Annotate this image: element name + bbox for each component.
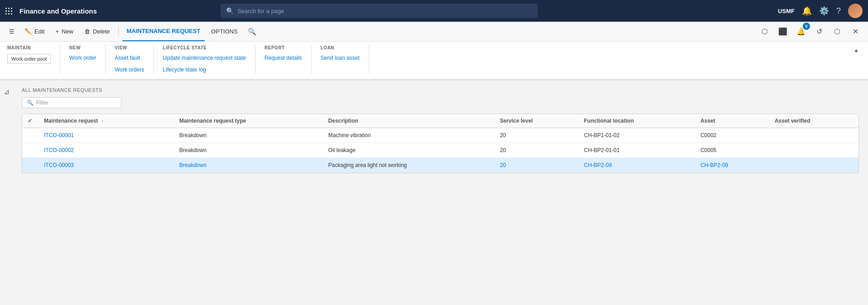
refresh-icon[interactable]: ↺ [812,24,826,39]
office-icon[interactable]: ⬛ [776,24,790,39]
col-fl-label: Functional location [584,118,634,124]
row3-mr-link[interactable]: ITCO-00003 [44,162,74,168]
report-items: Request details [265,54,302,62]
work-order-pool-label: Work order pool [11,56,47,62]
main-content: ALL MAINTENANCE REQUESTS 🔍 ✓ Maintenance… [13,80,868,216]
send-loan-asset-btn[interactable]: Send loan asset [321,54,360,62]
search-icon: 🔍 [226,7,234,14]
filter-input[interactable] [36,100,116,106]
row2-check[interactable] [22,143,39,158]
left-area: ⊿ ALL MAINTENANCE REQUESTS 🔍 ✓ [0,80,868,216]
col-asset-verified[interactable]: Asset verified [769,114,858,128]
ribbon-bar: ☰ ✏️ Edit + New 🗑 Delete MAINTENANCE REQ… [0,22,868,80]
avatar[interactable] [848,4,863,18]
col-functional-location[interactable]: Functional location [579,114,695,128]
work-order-pool-btn[interactable]: Work order pool [7,54,51,64]
row1-desc: Machine vibration [323,128,495,143]
close-icon[interactable]: ✕ [848,24,863,39]
table-row[interactable]: ITCO-00003 Breakdown Packaging area ligh… [22,158,858,173]
popout-icon[interactable]: ⬡ [830,24,844,39]
lifecycle-label: LIFECYCLE STATE [163,45,246,50]
view-label: VIEW [115,45,144,50]
ribbon-group-view: VIEW Asset fault Work orders [115,45,154,74]
row1-desc-val: Machine vibration [328,132,371,138]
ribbon-tabs: ☰ ✏️ Edit + New 🗑 Delete MAINTENANCE REQ… [0,22,868,42]
row1-type: Breakdown [174,128,323,143]
sort-asc-icon: ↑ [101,119,104,124]
settings-icon[interactable]: ⚙️ [819,6,829,16]
report-label: REPORT [265,45,302,50]
top-nav: Finance and Operations 🔍 USMF 🔔 ⚙️ ? [0,0,868,22]
tab-edit[interactable]: ✏️ Edit [20,22,49,41]
view-items: Asset fault Work orders [115,54,144,74]
username-label: USMF [778,8,795,14]
col-desc-label: Description [328,118,358,124]
notification-icon[interactable]: 🔔 [802,6,812,16]
data-table-wrap: ✓ Maintenance request ↑ Maintenance requ… [22,114,859,173]
col-maintenance-request[interactable]: Maintenance request ↑ [39,114,174,128]
row2-mr[interactable]: ITCO-00002 [39,143,174,158]
row3-sl-link[interactable]: 20 [500,162,506,168]
row3-check[interactable] [22,158,39,173]
tab-new[interactable]: + New [51,22,78,41]
request-details-btn[interactable]: Request details [265,54,302,62]
row3-fl-link[interactable]: CH-BP2-09 [584,162,612,168]
col-check[interactable]: ✓ [22,114,39,128]
app-grid-icon[interactable] [5,8,12,14]
ribbon-search-btn[interactable]: 🔍 [248,28,256,36]
work-orders-btn[interactable]: Work orders [115,66,144,74]
col-asset-label: Asset [700,118,715,124]
table-row[interactable]: ITCO-00002 Breakdown Oil leakage 20 CH-B… [22,143,858,158]
row2-mr-link[interactable]: ITCO-00002 [44,147,74,153]
sidebar-toggle: ⊿ [0,80,13,216]
col-description[interactable]: Description [323,114,495,128]
row1-av [769,128,858,143]
row2-asset: C0005 [695,143,769,158]
edit-icon: ✏️ [24,28,32,35]
ribbon-group-report: REPORT Request details [265,45,312,74]
col-service-level[interactable]: Service level [494,114,579,128]
settings2-icon[interactable]: ⬡ [757,24,772,39]
row1-fl: CH-BP1-01-02 [579,128,695,143]
row3-asset: CH-BP2-09 [695,158,769,173]
row1-check[interactable] [22,128,39,143]
filter-bar: 🔍 [22,97,859,108]
lifecycle-log-btn[interactable]: Lifecycle state log [163,66,246,74]
app-title: Finance and Operations [19,7,97,15]
row1-sl: 20 [494,128,579,143]
tab-delete-label: Delete [93,28,110,35]
filter-icon[interactable]: ⊿ [4,87,10,96]
hamburger-menu[interactable]: ☰ [5,22,18,41]
row3-mr[interactable]: ITCO-00003 [39,158,174,173]
tab-delete[interactable]: 🗑 Delete [80,22,115,41]
row3-type-link[interactable]: Breakdown [179,162,207,168]
row2-sl-val: 20 [500,147,506,153]
row1-sl-val: 20 [500,132,506,138]
row2-desc: Oil leakage [323,143,495,158]
work-order-btn[interactable]: Work order [69,54,96,62]
table-row[interactable]: ITCO-00001 Breakdown Machine vibration 2… [22,128,858,143]
tab-maintenance-request[interactable]: MAINTENANCE REQUEST [122,22,205,41]
loan-items: Send loan asset [321,54,360,62]
page-wrap: ALL MAINTENANCE REQUESTS 🔍 ✓ Maintenance… [13,80,868,216]
section-title: ALL MAINTENANCE REQUESTS [22,87,859,93]
row2-sl: 20 [494,143,579,158]
collapse-ribbon-btn[interactable]: ▲ [852,45,861,55]
tab-separator [118,27,119,36]
row1-mr-link[interactable]: ITCO-00001 [44,132,74,138]
row3-av [769,158,858,173]
update-maintenance-btn[interactable]: Update maintenance request state [163,54,246,62]
row1-mr[interactable]: ITCO-00001 [39,128,174,143]
new-items: Work order [69,54,96,62]
filter-input-wrap[interactable]: 🔍 [22,97,121,108]
row3-asset-link[interactable]: CH-BP2-09 [700,162,728,168]
col-asset[interactable]: Asset [695,114,769,128]
search-bar[interactable]: 🔍 [221,4,538,18]
search-input[interactable] [237,8,532,14]
col-type[interactable]: Maintenance request type [174,114,323,128]
asset-fault-btn[interactable]: Asset fault [115,54,144,62]
row3-desc: Packaging area light not working [323,158,495,173]
tab-options[interactable]: OPTIONS [207,22,242,41]
badge-wrap: 🔔 0 [794,24,808,39]
help-icon[interactable]: ? [836,6,841,16]
